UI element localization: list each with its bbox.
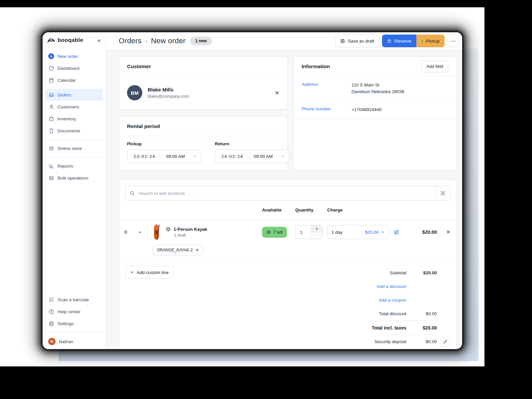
pickup-time-value: 09:00 AM — [166, 154, 185, 159]
remove-customer-icon[interactable]: ✕ — [275, 90, 279, 96]
add-field-button[interactable]: Add field — [421, 61, 448, 72]
more-actions-button[interactable]: ⋯ — [448, 35, 459, 47]
add-discount-link[interactable]: Add a discount — [339, 284, 406, 289]
plus-circle-icon: + — [48, 53, 54, 59]
pickup-time-select[interactable]: 09:00 AM — [162, 150, 201, 163]
sidebar-item-customers[interactable]: Customers — [45, 101, 103, 113]
pickup-button[interactable]: ↑ Pickup — [416, 35, 445, 47]
edit-deposit-button[interactable] — [440, 337, 450, 347]
return-time-value: 09:00 AM — [254, 154, 273, 159]
phone-number-label[interactable]: Phone number — [302, 106, 351, 113]
information-card: Information Add field Address 110 S Main… — [293, 57, 457, 171]
sidebar-item-documents[interactable]: Documents — [45, 125, 103, 137]
total-incl-taxes-label: Total incl. taxes — [339, 325, 406, 331]
order-totals: Subtotal $20.00 Add a discount Add a cou… — [339, 266, 450, 348]
address-label[interactable]: Address — [302, 82, 351, 95]
divider — [43, 157, 105, 157]
edit-charge-icon[interactable] — [394, 229, 408, 235]
search-input[interactable] — [139, 191, 435, 196]
brand-name: booqable — [58, 37, 83, 44]
rental-period-card: Rental period Pickup 23-02-24 09:00 AM — [119, 116, 288, 171]
rental-period-title: Rental period — [127, 123, 160, 129]
return-time-select[interactable]: 09:00 AM — [250, 150, 289, 163]
add-custom-line-label: Add custom line — [137, 270, 169, 275]
add-custom-line-button[interactable]: Add custom line — [125, 266, 174, 279]
customer-card: Customer BM Blake Mills blake@company.co… — [119, 57, 288, 110]
increment-button[interactable]: + — [311, 225, 322, 232]
quantity-input[interactable] — [296, 225, 311, 239]
collapse-sidebar-icon[interactable]: « — [97, 37, 101, 43]
add-coupon-row: Add a coupon — [339, 293, 450, 307]
return-date-input[interactable]: 24-02-24 — [215, 150, 250, 163]
decrement-button[interactable]: − — [311, 232, 322, 239]
expand-row-icon[interactable] — [132, 230, 147, 235]
sidebar-item-calendar[interactable]: Calendar — [45, 74, 103, 86]
breadcrumb-separator-icon: › — [145, 37, 147, 45]
customers-icon — [48, 104, 54, 110]
user-menu[interactable]: N Nathan — [45, 335, 103, 349]
customer-name: Blake Mills — [148, 87, 189, 92]
pickup-label: Pickup — [127, 141, 201, 146]
subtotal-value: $20.00 — [406, 270, 437, 275]
security-deposit-value: $0.00 — [406, 339, 437, 344]
dashboard-icon — [48, 65, 54, 71]
sidebar-item-help-center[interactable]: Help center — [45, 306, 103, 318]
column-available: Available — [262, 207, 295, 212]
sidebar-item-scan-barcode[interactable]: Scan a barcode — [45, 294, 103, 306]
sidebar-item-dashboard[interactable]: Dashboard — [45, 62, 103, 74]
stock-item-row: ORANGE_KAYAK-2 ✕ — [119, 244, 456, 261]
product-name-cell: 1-Person Kayak 1 draft — [166, 226, 262, 238]
security-deposit-label: Security deposit — [339, 339, 406, 344]
charge-period: 1 day — [332, 230, 342, 235]
sidebar-item-online-store[interactable]: Online store — [45, 142, 103, 154]
scan-barcode-icon[interactable] — [435, 186, 450, 200]
pickup-field: Pickup 23-02-24 09:00 AM — [127, 141, 201, 163]
help-icon — [48, 309, 54, 315]
available-cell: 7 left — [262, 227, 295, 238]
reports-icon — [48, 163, 54, 169]
ellipsis-icon: ⋯ — [451, 38, 456, 44]
nav-label: Calendar — [58, 78, 76, 83]
charge-price: $20.00 — [365, 230, 379, 235]
availability-pill: 7 left — [262, 227, 287, 238]
nav-label: Bulk operations — [58, 176, 88, 181]
content: Customer BM Blake Mills blake@company.co… — [106, 50, 462, 349]
kayak-image — [154, 224, 159, 240]
topbar: Orders › New order 1 new Save as draft R… — [106, 32, 462, 50]
products-footer: Add custom line Subtotal $20.00 Add a di… — [119, 261, 456, 348]
new-count-badge: 1 new — [190, 37, 212, 45]
product-name[interactable]: 1-Person Kayak — [174, 227, 207, 232]
save-as-draft-button[interactable]: Save as draft — [335, 35, 379, 47]
chevron-down-icon — [281, 154, 285, 159]
sidebar-item-new-order[interactable]: + New order — [45, 50, 103, 62]
chevron-up-icon — [381, 230, 385, 234]
remove-stock-item-icon[interactable]: ✕ — [196, 248, 199, 252]
sidebar-item-inventory[interactable]: Inventory — [45, 113, 103, 125]
breadcrumb-new-order: New order — [151, 37, 186, 45]
charge-dropdown[interactable]: 1 day $20.00 — [327, 225, 389, 239]
booqable-logo-icon — [47, 38, 55, 43]
orders-icon — [48, 92, 54, 98]
nav-label: Settings — [58, 321, 74, 326]
pickup-date-input[interactable]: 23-02-24 — [127, 150, 162, 163]
documents-icon — [48, 128, 54, 134]
stock-item-tag: ORANGE_KAYAK-2 ✕ — [152, 245, 204, 255]
nav-label: Orders — [58, 92, 71, 97]
sidebar-item-bulk-operations[interactable]: Bulk operations — [45, 172, 103, 184]
nav-label: Online store — [58, 146, 82, 151]
reserve-button[interactable]: Reserve — [382, 35, 416, 47]
nav-label: Help center — [58, 309, 80, 314]
breadcrumb-orders[interactable]: Orders — [119, 37, 142, 45]
security-deposit-row: Security deposit $0.00 — [339, 335, 450, 348]
store-icon — [48, 145, 54, 151]
stock-item-code: ORANGE_KAYAK-2 — [157, 248, 193, 252]
add-discount-row: Add a discount — [339, 280, 450, 293]
sidebar-item-settings[interactable]: Settings — [45, 318, 103, 330]
cube-icon — [166, 226, 171, 232]
add-coupon-link[interactable]: Add a coupon — [339, 298, 406, 303]
drag-handle-icon[interactable]: ≡ — [119, 229, 132, 236]
sidebar-item-orders[interactable]: Orders — [45, 89, 103, 101]
remove-product-icon[interactable]: ✕ — [440, 229, 456, 235]
logo-row: booqable « — [43, 37, 105, 48]
sidebar-item-reports[interactable]: Reports — [45, 160, 103, 172]
